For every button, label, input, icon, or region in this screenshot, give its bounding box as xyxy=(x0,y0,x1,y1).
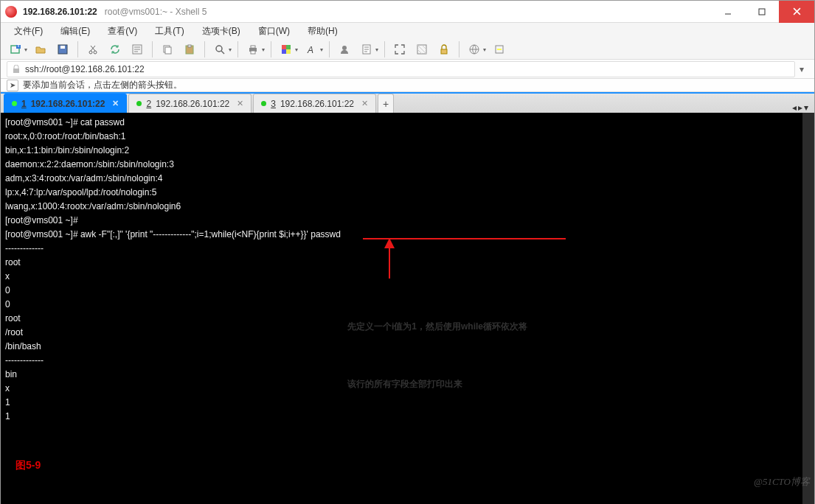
svg-rect-24 xyxy=(286,49,291,54)
svg-point-16 xyxy=(216,46,222,52)
add-session-arrow-icon[interactable]: ➤ xyxy=(7,80,18,91)
menu-file[interactable]: 文件(F) xyxy=(7,23,50,40)
separator xyxy=(459,41,459,57)
annotation-line2: 该行的所有字段全部打印出来 xyxy=(347,374,527,393)
session-tab-2[interactable]: 2 192.168.26.101:22 ✕ xyxy=(128,94,252,113)
menubar: 文件(F) 编辑(E) 查看(V) 工具(T) 选项卡(B) 窗口(W) 帮助(… xyxy=(1,23,814,40)
tab-list-icon[interactable]: ▾ xyxy=(804,102,808,113)
terminal-line: root:x,0:0:root:/root:/bin/bash:1 xyxy=(5,130,798,144)
reconnect-icon[interactable] xyxy=(105,40,125,59)
dropdown-icon[interactable]: ▾ xyxy=(295,46,298,53)
svg-rect-1 xyxy=(759,9,765,15)
address-field[interactable]: ssh://root@192.168.26.101:22 xyxy=(7,61,795,77)
tab-strip: 1 192.168.26.101:22 ✕ 2 192.168.26.101:2… xyxy=(1,92,814,113)
terminal-line: [root@vms001 ~]# cat passwd xyxy=(5,116,798,130)
dropdown-icon[interactable]: ▾ xyxy=(375,46,378,53)
tab-close-icon[interactable]: ✕ xyxy=(361,99,368,108)
svg-rect-29 xyxy=(441,49,447,54)
session-tab-1[interactable]: 1 192.168.26.101:22 ✕ xyxy=(4,94,127,113)
svg-rect-21 xyxy=(282,45,286,49)
fullscreen-icon[interactable] xyxy=(389,40,410,59)
open-session-icon[interactable] xyxy=(30,40,51,59)
menu-tools[interactable]: 工具(T) xyxy=(148,23,191,40)
dropdown-icon[interactable]: ▾ xyxy=(483,46,486,53)
svg-rect-15 xyxy=(188,45,191,47)
info-bar: ➤ 要添加当前会话，点击左侧的箭头按钮。 xyxy=(1,79,814,92)
dropdown-icon[interactable]: ▾ xyxy=(229,46,232,53)
dropdown-icon[interactable]: ▾ xyxy=(262,46,265,53)
titlebar: 192.168.26.101:22 root@vms001:~ - Xshell… xyxy=(1,1,814,23)
svg-text:A: A xyxy=(307,45,313,55)
svg-rect-13 xyxy=(165,47,171,54)
separator xyxy=(384,41,385,57)
terminal-line: ------------- xyxy=(5,242,798,256)
terminal-line: daemon:x:2:2:daemon:/sbin:/sbin/nologin:… xyxy=(5,158,798,172)
terminal-line: [root@vms001 ~]# xyxy=(5,214,798,228)
menu-view[interactable]: 查看(V) xyxy=(100,23,145,40)
status-dot-icon xyxy=(136,101,142,106)
script-icon[interactable] xyxy=(356,40,377,59)
new-session-icon[interactable]: + xyxy=(5,40,26,59)
watermark: @51CTO博客 xyxy=(754,475,810,489)
separator xyxy=(237,41,238,57)
title-host: 192.168.26.101:22 xyxy=(23,7,97,17)
close-button[interactable] xyxy=(779,1,814,23)
highlight-icon[interactable] xyxy=(489,40,510,59)
svg-rect-32 xyxy=(497,49,502,50)
properties-icon[interactable] xyxy=(127,40,148,59)
session-tab-3[interactable]: 3 192.168.26.101:22 ✕ xyxy=(253,94,376,113)
encoding-icon[interactable] xyxy=(464,40,485,59)
menu-tabs[interactable]: 选项卡(B) xyxy=(195,23,248,40)
cut-icon[interactable] xyxy=(83,40,103,59)
lock-icon[interactable] xyxy=(434,40,454,59)
svg-point-9 xyxy=(89,51,92,54)
tab-next-icon[interactable]: ▸ xyxy=(798,102,802,113)
minimize-button[interactable] xyxy=(711,1,745,23)
menu-edit[interactable]: 编辑(E) xyxy=(53,23,97,40)
terminal[interactable]: [root@vms001 ~]# cat passwdroot:x,0:0:ro… xyxy=(1,113,802,504)
terminal-line: bin,x:1:1:bin:/bin:/sbin/nologin:2 xyxy=(5,144,798,158)
dropdown-icon[interactable]: ▾ xyxy=(24,46,27,53)
find-icon[interactable] xyxy=(209,40,230,59)
color-scheme-icon[interactable] xyxy=(276,40,296,59)
window-controls xyxy=(711,1,814,23)
toolbar: +▾ ▾ ▾ ▾ A▾ ▾ ▾ xyxy=(1,40,814,60)
svg-rect-23 xyxy=(282,49,286,54)
menu-window[interactable]: 窗口(W) xyxy=(251,23,297,40)
paste-icon[interactable] xyxy=(179,40,200,59)
separator xyxy=(329,41,330,57)
terminal-line: root xyxy=(5,256,798,270)
info-hint: 要添加当前会话，点击左侧的箭头按钮。 xyxy=(23,79,182,91)
terminal-line: lp:x,4:7:lp:/var/spool/lpd:/root/nologin… xyxy=(5,186,798,200)
menu-help[interactable]: 帮助(H) xyxy=(300,23,345,40)
font-icon[interactable]: A xyxy=(301,40,322,59)
user-icon[interactable] xyxy=(334,40,355,59)
copy-icon[interactable] xyxy=(157,40,178,59)
status-dot-icon xyxy=(261,101,266,106)
tab-label: 192.168.26.101:22 xyxy=(156,99,229,109)
app-icon xyxy=(5,6,17,18)
terminal-line: lwang,x:1000:4:rootx:/var/adm:/sbin/nolo… xyxy=(5,200,798,214)
tab-close-icon[interactable]: ✕ xyxy=(112,99,119,108)
tab-prev-icon[interactable]: ◂ xyxy=(792,102,797,113)
svg-text:+: + xyxy=(15,43,21,50)
terminal-line: adm,x:3:4:rootx:/var/adm:/sbin/nologin:4 xyxy=(5,172,798,186)
dropdown-icon[interactable]: ▾ xyxy=(320,46,323,53)
annotation-line1: 先定义一个i值为1，然后使用while循环依次将 xyxy=(347,317,527,336)
tab-nav: ◂ ▸ ▾ xyxy=(792,102,811,113)
tab-num: 1 xyxy=(21,99,27,109)
title-sub: root@vms001:~ - Xshell 5 xyxy=(105,7,207,17)
xshell-window: 192.168.26.101:22 root@vms001:~ - Xshell… xyxy=(0,0,815,504)
tab-close-icon[interactable]: ✕ xyxy=(237,99,243,108)
new-tab-button[interactable]: + xyxy=(378,94,394,113)
save-icon[interactable] xyxy=(52,40,73,59)
address-dropdown-icon[interactable]: ▾ xyxy=(795,64,808,74)
print-icon[interactable] xyxy=(243,40,263,59)
terminal-area: [root@vms001 ~]# cat passwdroot:x,0:0:ro… xyxy=(1,113,814,504)
svg-point-10 xyxy=(94,51,97,54)
transparency-icon[interactable] xyxy=(412,40,432,59)
svg-line-17 xyxy=(221,51,224,54)
svg-marker-35 xyxy=(384,238,395,248)
terminal-scrollbar[interactable] xyxy=(802,113,814,504)
maximize-button[interactable] xyxy=(745,1,779,23)
